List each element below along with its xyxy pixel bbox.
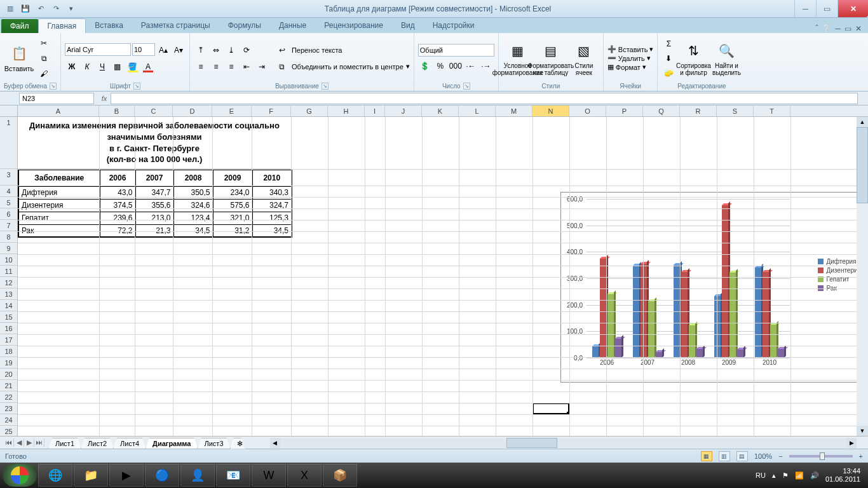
bold-button[interactable]: Ж <box>65 60 79 74</box>
scroll-down-icon[interactable]: ▼ <box>857 426 868 436</box>
increase-indent-icon[interactable]: ⇥ <box>255 60 269 74</box>
row-header[interactable]: 6 <box>0 208 17 220</box>
select-all-corner[interactable] <box>0 105 18 116</box>
undo-icon[interactable]: ↶ <box>34 3 47 15</box>
scroll-up-icon[interactable]: ▲ <box>857 117 868 127</box>
zoom-slider[interactable] <box>789 455 853 458</box>
scroll-right-icon[interactable]: ▶ <box>846 438 857 448</box>
help-icon[interactable]: ❔ <box>822 24 831 33</box>
row-header[interactable]: 5 <box>0 197 17 208</box>
find-select-button[interactable]: 🔍 Найти и выделить <box>711 37 742 79</box>
align-left-icon[interactable]: ≡ <box>194 60 208 74</box>
dialog-launcher-icon[interactable]: ↘ <box>463 83 470 90</box>
column-header[interactable]: R <box>680 105 717 116</box>
row-header[interactable]: 3 <box>0 169 17 186</box>
column-header[interactable]: F <box>252 105 291 116</box>
row-header[interactable]: 15 <box>0 311 17 323</box>
next-sheet-icon[interactable]: ▶ <box>24 438 34 447</box>
merge-center-button[interactable]: ⧉ Объединить и поместить в центре ▾ <box>275 60 410 74</box>
zoom-out-icon[interactable]: − <box>778 452 782 460</box>
row-header[interactable]: 12 <box>0 277 17 288</box>
column-header[interactable]: G <box>291 105 328 116</box>
taskbar-app-icon[interactable]: 🔵 <box>145 464 179 487</box>
taskbar-word-icon[interactable]: W <box>252 464 286 487</box>
align-top-icon[interactable]: ⤒ <box>194 43 208 57</box>
ribbon-tab-вид[interactable]: Вид <box>392 18 424 33</box>
tray-network-icon[interactable]: 📶 <box>795 471 804 480</box>
dialog-launcher-icon[interactable]: ↘ <box>133 83 140 90</box>
row-header[interactable]: 1 <box>0 117 17 169</box>
column-header[interactable]: T <box>754 105 790 116</box>
ribbon-tab-надстройки[interactable]: Надстройки <box>424 18 484 33</box>
currency-icon[interactable]: 💲 <box>418 59 432 73</box>
taskbar-excel-icon[interactable]: X <box>287 464 322 487</box>
new-sheet-button[interactable]: ✻ <box>230 438 245 449</box>
first-sheet-icon[interactable]: ⏮ <box>4 438 14 447</box>
row-header[interactable]: 20 <box>0 369 17 380</box>
taskbar-ie-icon[interactable]: 🌐 <box>38 464 72 487</box>
save-icon[interactable]: 💾 <box>19 3 32 15</box>
row-header[interactable]: 25 <box>0 426 17 436</box>
underline-button[interactable]: Ч <box>95 60 109 74</box>
row-header[interactable]: 16 <box>0 323 17 334</box>
column-header[interactable]: H <box>328 105 365 116</box>
insert-button[interactable]: ➕Вставить▾ <box>607 45 654 53</box>
column-header[interactable]: I <box>365 105 385 116</box>
tray-flag-icon[interactable]: ⚑ <box>782 471 789 480</box>
percent-icon[interactable]: % <box>433 59 447 73</box>
tray-sound-icon[interactable]: 🔊 <box>810 471 819 480</box>
zoom-in-icon[interactable]: + <box>859 452 863 460</box>
minimize-button[interactable]: ─ <box>794 0 816 17</box>
sheet-tab[interactable]: Лист4 <box>113 438 146 449</box>
column-header[interactable]: M <box>496 105 532 116</box>
column-header[interactable]: Q <box>643 105 680 116</box>
cut-icon[interactable]: ✂ <box>37 36 51 50</box>
scroll-thumb[interactable] <box>857 127 868 203</box>
row-header[interactable]: 24 <box>0 414 17 426</box>
lang-indicator[interactable]: RU <box>756 471 766 479</box>
autosum-icon[interactable]: Σ <box>661 37 675 51</box>
row-header[interactable]: 19 <box>0 357 17 369</box>
redo-icon[interactable]: ↷ <box>50 3 62 15</box>
align-center-icon[interactable]: ≡ <box>209 60 223 74</box>
column-header[interactable]: P <box>606 105 643 116</box>
format-as-table-button[interactable]: ▤ Форматировать как таблицу <box>536 37 566 79</box>
font-color-icon[interactable]: A <box>141 60 155 74</box>
scroll-left-icon[interactable]: ◀ <box>270 438 280 448</box>
zoom-level[interactable]: 100% <box>754 452 772 460</box>
row-header[interactable]: 22 <box>0 391 17 403</box>
align-bottom-icon[interactable]: ⤓ <box>224 43 238 57</box>
maximize-button[interactable]: ▭ <box>816 0 837 17</box>
taskbar-archive-icon[interactable]: 📦 <box>323 464 357 487</box>
normal-view-icon[interactable]: ▦ <box>701 451 712 461</box>
fx-icon[interactable]: fx <box>98 95 111 102</box>
column-header[interactable]: N <box>532 105 569 116</box>
scroll-thumb[interactable] <box>506 438 557 448</box>
paste-button[interactable]: 📋 Вставить <box>4 37 34 79</box>
name-box[interactable]: N23 <box>19 93 94 104</box>
comma-icon[interactable]: 000 <box>449 59 463 73</box>
taskbar-media-icon[interactable]: ▶ <box>109 464 144 487</box>
qat-dropdown-icon[interactable]: ▾ <box>65 3 78 15</box>
borders-icon[interactable]: ▦ <box>111 60 125 74</box>
selected-cell[interactable] <box>532 403 569 414</box>
row-header[interactable]: 21 <box>0 380 17 391</box>
prev-sheet-icon[interactable]: ◀ <box>14 438 24 447</box>
close-button[interactable]: ✕ <box>837 0 868 17</box>
tray-chevron-icon[interactable]: ▴ <box>772 471 776 480</box>
column-header[interactable]: S <box>717 105 754 116</box>
cell-grid[interactable]: Динамика изменения первичной заболеваемо… <box>18 117 868 436</box>
italic-button[interactable]: К <box>80 60 94 74</box>
sheet-tab[interactable]: Диаграмма <box>146 438 198 449</box>
formula-input[interactable] <box>111 93 858 104</box>
row-header[interactable]: 14 <box>0 300 17 311</box>
file-tab[interactable]: Файл <box>1 19 38 33</box>
dialog-launcher-icon[interactable]: ↘ <box>50 83 57 90</box>
minimize-ribbon-icon[interactable]: ˆ <box>815 24 818 33</box>
horizontal-scrollbar[interactable]: ◀ ▶ <box>270 438 857 448</box>
format-painter-icon[interactable]: 🖌 <box>37 67 51 81</box>
row-header[interactable]: 13 <box>0 288 17 300</box>
sheet-tab[interactable]: Лист3 <box>197 438 230 449</box>
column-header[interactable]: D <box>173 105 212 116</box>
row-header[interactable]: 17 <box>0 334 17 346</box>
